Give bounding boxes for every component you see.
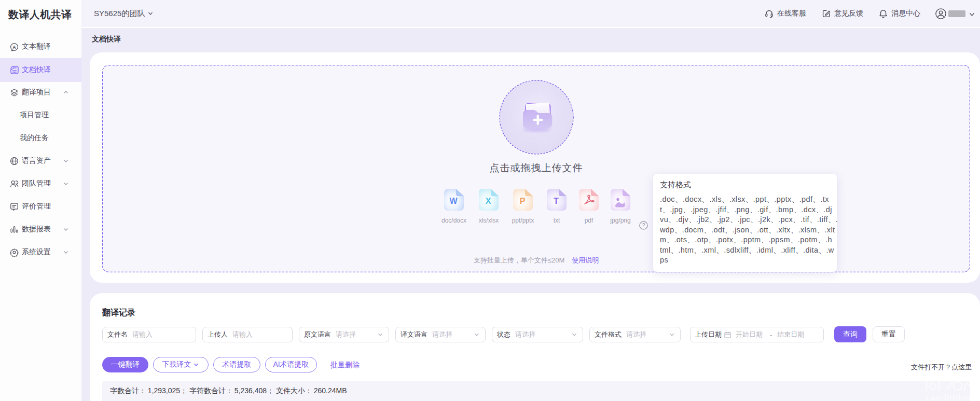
svg-text:W: W bbox=[449, 197, 458, 205]
svg-text:A: A bbox=[12, 44, 16, 49]
svg-text:P: P bbox=[520, 197, 526, 205]
svg-text:X: X bbox=[486, 197, 491, 205]
svg-text:T: T bbox=[554, 197, 559, 205]
svg-text:?: ? bbox=[642, 223, 645, 228]
